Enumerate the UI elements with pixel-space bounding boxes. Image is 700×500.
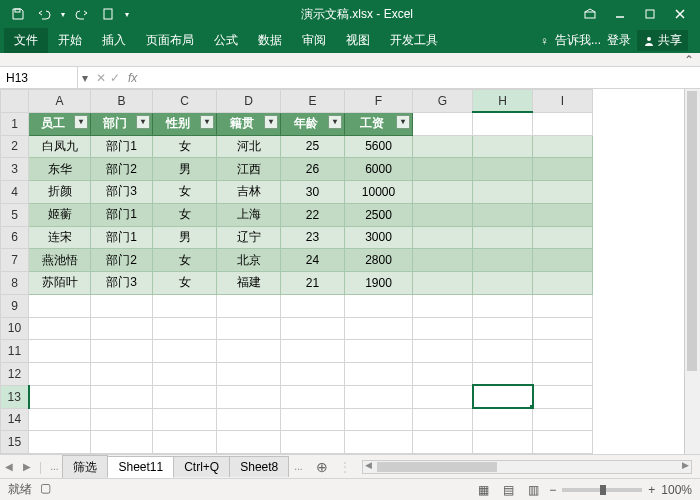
cell-I3[interactable] bbox=[533, 158, 593, 181]
col-header-F[interactable]: F bbox=[345, 90, 413, 113]
cell-E9[interactable] bbox=[281, 294, 345, 317]
cell-E8[interactable]: 21 bbox=[281, 272, 345, 295]
cell-F2[interactable]: 5600 bbox=[345, 135, 413, 158]
cell-I2[interactable] bbox=[533, 135, 593, 158]
cell-D12[interactable] bbox=[217, 363, 281, 386]
cell-E1[interactable]: 年龄▾ bbox=[281, 112, 345, 135]
cell-A15[interactable] bbox=[29, 431, 91, 454]
cell-B13[interactable] bbox=[91, 385, 153, 408]
col-header-C[interactable]: C bbox=[153, 90, 217, 113]
cell-F9[interactable] bbox=[345, 294, 413, 317]
cell-H13[interactable] bbox=[473, 385, 533, 408]
row-header-12[interactable]: 12 bbox=[1, 363, 29, 386]
cell-C5[interactable]: 女 bbox=[153, 203, 217, 226]
hscroll-left[interactable]: ◀ bbox=[365, 460, 372, 470]
login-button[interactable]: 登录 bbox=[607, 32, 631, 49]
cell-G6[interactable] bbox=[413, 226, 473, 249]
col-header-E[interactable]: E bbox=[281, 90, 345, 113]
col-header-I[interactable]: I bbox=[533, 90, 593, 113]
tab-数据[interactable]: 数据 bbox=[248, 28, 292, 53]
cell-G3[interactable] bbox=[413, 158, 473, 181]
cell-E4[interactable]: 30 bbox=[281, 181, 345, 204]
new-button[interactable] bbox=[96, 2, 120, 26]
cell-A5[interactable]: 姬蘅 bbox=[29, 203, 91, 226]
undo-button[interactable] bbox=[32, 2, 56, 26]
cell-B15[interactable] bbox=[91, 431, 153, 454]
cell-B12[interactable] bbox=[91, 363, 153, 386]
cell-F8[interactable]: 1900 bbox=[345, 272, 413, 295]
cell-B4[interactable]: 部门3 bbox=[91, 181, 153, 204]
cell-C14[interactable] bbox=[153, 408, 217, 431]
cell-H2[interactable] bbox=[473, 135, 533, 158]
cell-A2[interactable]: 白凤九 bbox=[29, 135, 91, 158]
row-header-2[interactable]: 2 bbox=[1, 135, 29, 158]
cell-A10[interactable] bbox=[29, 317, 91, 340]
cell-I13[interactable] bbox=[533, 385, 593, 408]
cell-G2[interactable] bbox=[413, 135, 473, 158]
cell-I6[interactable] bbox=[533, 226, 593, 249]
cell-C12[interactable] bbox=[153, 363, 217, 386]
cell-A14[interactable] bbox=[29, 408, 91, 431]
cell-C8[interactable]: 女 bbox=[153, 272, 217, 295]
cell-D15[interactable] bbox=[217, 431, 281, 454]
cell-A1[interactable]: 员工▾ bbox=[29, 112, 91, 135]
cell-B3[interactable]: 部门2 bbox=[91, 158, 153, 181]
name-box[interactable]: H13 bbox=[0, 67, 78, 88]
cell-G14[interactable] bbox=[413, 408, 473, 431]
cell-A4[interactable]: 折颜 bbox=[29, 181, 91, 204]
row-header-6[interactable]: 6 bbox=[1, 226, 29, 249]
row-header-14[interactable]: 14 bbox=[1, 408, 29, 431]
cell-G8[interactable] bbox=[413, 272, 473, 295]
cancel-formula-icon[interactable]: ✕ bbox=[96, 71, 106, 85]
cell-G1[interactable] bbox=[413, 112, 473, 135]
cell-A8[interactable]: 苏陌叶 bbox=[29, 272, 91, 295]
cell-C6[interactable]: 男 bbox=[153, 226, 217, 249]
zoom-out-button[interactable]: − bbox=[549, 483, 556, 497]
row-header-9[interactable]: 9 bbox=[1, 294, 29, 317]
cell-D5[interactable]: 上海 bbox=[217, 203, 281, 226]
cell-E2[interactable]: 25 bbox=[281, 135, 345, 158]
name-box-dropdown[interactable]: ▾ bbox=[78, 71, 92, 85]
col-header-D[interactable]: D bbox=[217, 90, 281, 113]
formula-input[interactable] bbox=[141, 76, 700, 80]
cell-G5[interactable] bbox=[413, 203, 473, 226]
cell-H3[interactable] bbox=[473, 158, 533, 181]
cell-A3[interactable]: 东华 bbox=[29, 158, 91, 181]
add-sheet-button[interactable]: ⊕ bbox=[308, 459, 336, 475]
cell-I11[interactable] bbox=[533, 340, 593, 363]
cell-I10[interactable] bbox=[533, 317, 593, 340]
cell-B5[interactable]: 部门1 bbox=[91, 203, 153, 226]
cell-B14[interactable] bbox=[91, 408, 153, 431]
row-header-3[interactable]: 3 bbox=[1, 158, 29, 181]
cell-D7[interactable]: 北京 bbox=[217, 249, 281, 272]
cell-C3[interactable]: 男 bbox=[153, 158, 217, 181]
cell-H8[interactable] bbox=[473, 272, 533, 295]
cell-F1[interactable]: 工资▾ bbox=[345, 112, 413, 135]
sheet-tab-筛选[interactable]: 筛选 bbox=[62, 455, 108, 479]
cell-H6[interactable] bbox=[473, 226, 533, 249]
cell-H7[interactable] bbox=[473, 249, 533, 272]
cell-F3[interactable]: 6000 bbox=[345, 158, 413, 181]
collapse-ribbon-icon[interactable]: ⌃ bbox=[684, 53, 694, 67]
cell-B2[interactable]: 部门1 bbox=[91, 135, 153, 158]
cell-B6[interactable]: 部门1 bbox=[91, 226, 153, 249]
sheet-nav-prev[interactable]: ◀ bbox=[0, 461, 18, 472]
cell-F15[interactable] bbox=[345, 431, 413, 454]
sheet-tab-Ctrl+Q[interactable]: Ctrl+Q bbox=[173, 456, 230, 477]
cell-I1[interactable] bbox=[533, 112, 593, 135]
cell-G15[interactable] bbox=[413, 431, 473, 454]
sheet-nav-next[interactable]: ▶ bbox=[18, 461, 36, 472]
zoom-slider[interactable] bbox=[562, 488, 642, 492]
view-pagebreak-icon[interactable]: ▥ bbox=[524, 483, 543, 497]
filter-dropdown-F[interactable]: ▾ bbox=[396, 115, 410, 129]
cell-A7[interactable]: 燕池悟 bbox=[29, 249, 91, 272]
cell-F6[interactable]: 3000 bbox=[345, 226, 413, 249]
row-header-10[interactable]: 10 bbox=[1, 317, 29, 340]
spreadsheet-grid[interactable]: ABCDEFGHI1员工▾部门▾性别▾籍贯▾年龄▾工资▾2白凤九部门1女河北25… bbox=[0, 89, 593, 454]
cell-C9[interactable] bbox=[153, 294, 217, 317]
sheet-more[interactable]: ... bbox=[45, 461, 63, 472]
col-header-B[interactable]: B bbox=[91, 90, 153, 113]
cell-E5[interactable]: 22 bbox=[281, 203, 345, 226]
minimize-button[interactable] bbox=[606, 2, 634, 26]
zoom-value[interactable]: 100% bbox=[661, 483, 692, 497]
